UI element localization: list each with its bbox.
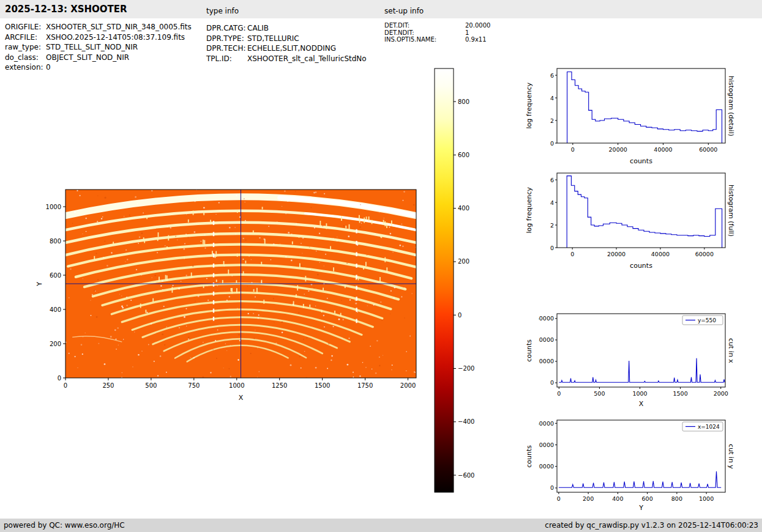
svg-text:60000: 60000 [699, 146, 717, 153]
y-axis-ticks: 0246 [550, 72, 557, 147]
svg-text:0: 0 [557, 390, 561, 397]
svg-text:800: 800 [458, 98, 469, 105]
setup-info-heading: set-up info [384, 7, 424, 15]
svg-text:−600: −600 [458, 472, 474, 479]
cut-in-x-y-label: counts [524, 314, 534, 387]
svg-text:750: 750 [188, 382, 200, 389]
svg-text:x=1024: x=1024 [698, 424, 720, 430]
type-info-row: DPR.TYPE:STD,TELLURIC [206, 34, 367, 44]
field-value: STD_TELL_SLIT_NOD_NIR [46, 42, 138, 53]
setup-info-row: DET.NDIT:1 [384, 29, 490, 37]
axis-label-text: Y [35, 282, 43, 286]
field-value: CALIB [247, 23, 269, 34]
svg-text:40000: 40000 [654, 146, 672, 153]
cut-in-x-title: cut in x [726, 314, 736, 387]
colorbar-ticks: 8006004002000−200−400−600 [454, 98, 474, 479]
svg-text:1250: 1250 [272, 382, 287, 389]
field-label: DPR.CATG: [206, 23, 247, 34]
svg-text:40000: 40000 [539, 336, 554, 343]
type-info-heading: type info [206, 7, 239, 15]
field-label: INS.OPTI5.NAME: [384, 36, 465, 43]
field-label: DET.DIT: [384, 22, 465, 29]
histogram-full-plot: 02000040000600000246 [539, 169, 734, 267]
type-info-row: DPR.TECH:ECHELLE,SLIT,NODDING [206, 43, 367, 54]
svg-text:2000: 2000 [400, 382, 416, 389]
svg-text:0: 0 [570, 251, 574, 257]
axis-label-text: counts [525, 339, 533, 362]
svg-text:1000: 1000 [46, 204, 61, 210]
field-label: ARCFILE: [5, 32, 46, 43]
histogram-full-x-label: counts [557, 262, 725, 270]
cut-in-x-plot: 05001000150020000200004000060000y=550 [539, 309, 734, 407]
type-info-row: DPR.CATG:CALIB [206, 23, 367, 34]
file-info-row: extension:0 [5, 62, 192, 73]
file-info-row: raw_type:STD_TELL_SLIT_NOD_NIR [5, 42, 192, 53]
field-value: 0.9x11 [465, 36, 487, 43]
svg-text:6: 6 [550, 72, 554, 79]
svg-text:2000: 2000 [714, 390, 728, 397]
svg-text:40000: 40000 [651, 251, 670, 257]
field-label: do_class: [5, 53, 46, 63]
axis-label-text: counts [525, 445, 533, 468]
x-axis-ticks: 0200004000060000 [571, 143, 718, 153]
y-axis-ticks: 02004006008001000 [46, 204, 65, 382]
histogram-detail-plot: 02000040000600000246 [539, 64, 734, 162]
x-axis-ticks: 02004006008001000 [557, 492, 714, 502]
x-axis-ticks: 0500100015002000 [557, 387, 728, 397]
svg-text:0: 0 [550, 379, 554, 386]
histogram-full-y-label: log frequency [524, 173, 534, 248]
field-value: OBJECT_SLIT_NOD_NIR [46, 53, 129, 63]
svg-text:0: 0 [550, 484, 554, 491]
field-value: STD,TELLURIC [247, 34, 299, 44]
svg-text:800: 800 [50, 238, 61, 245]
cut-in-y-title: cut in y [726, 420, 736, 492]
histogram-detail-title: histogram (detail) [726, 68, 736, 143]
field-value: 0 [46, 62, 51, 73]
svg-text:−200: −200 [458, 365, 474, 372]
svg-text:0: 0 [557, 495, 561, 502]
svg-text:1000: 1000 [632, 390, 647, 397]
svg-text:0: 0 [64, 382, 67, 389]
svg-text:500: 500 [145, 382, 157, 389]
cut-in-y-plot: 020040060080010000200004000060000x=1024 [539, 416, 734, 514]
axis-label-text: log frequency [525, 187, 533, 233]
svg-text:1000: 1000 [699, 495, 714, 502]
file-info-row: ORIGFILE:XSHOOTER_SLT_STD_NIR_348_0005.f… [5, 22, 192, 32]
field-label: raw_type: [5, 42, 46, 53]
y-axis-ticks: 0246 [550, 177, 557, 251]
plot-side-title: histogram (full) [727, 185, 735, 237]
histogram-detail-x-label: counts [557, 157, 725, 165]
svg-text:y=550: y=550 [698, 317, 716, 323]
footer-credit-right: created by qc_rawdisp.py v1.2.3 on 2025-… [545, 519, 758, 532]
setup-info-row: DET.DIT:20.0000 [384, 22, 490, 29]
plot-side-title: cut in y [727, 444, 735, 469]
plot-background [557, 68, 725, 143]
svg-text:20000: 20000 [607, 251, 626, 257]
main-x-axis-label: X [65, 394, 416, 402]
raw-frame-plot: 0250500750100012501500175020000200400600… [37, 180, 435, 394]
histogram-detail-y-label: log frequency [524, 68, 534, 143]
svg-text:60000: 60000 [695, 251, 714, 257]
x-axis-ticks: 025050075010001250150017502000 [64, 378, 416, 389]
plot-side-title: cut in x [727, 338, 735, 363]
plot-background [557, 173, 725, 248]
svg-text:0: 0 [550, 245, 554, 251]
svg-text:250: 250 [102, 382, 114, 389]
footer-bar: powered by QC: www.eso.org/HC created by… [0, 519, 762, 532]
colorbar: 8006004002000−200−400−600 [428, 64, 490, 501]
svg-text:0: 0 [58, 375, 61, 382]
svg-text:60000: 60000 [539, 420, 554, 427]
field-label: TPL.ID: [206, 54, 247, 64]
svg-text:1000: 1000 [229, 382, 244, 389]
svg-text:200: 200 [50, 341, 61, 347]
legend: x=1024 [682, 422, 723, 431]
legend: y=550 [682, 316, 723, 325]
svg-text:600: 600 [642, 495, 653, 502]
page-title: 2025-12-13: XSHOOTER [5, 4, 127, 15]
footer-credit-left: powered by QC: www.eso.org/HC [4, 519, 125, 532]
file-info-block: ORIGFILE:XSHOOTER_SLT_STD_NIR_348_0005.f… [5, 22, 192, 73]
svg-text:0: 0 [571, 146, 575, 153]
svg-text:0: 0 [550, 140, 554, 147]
svg-text:1500: 1500 [315, 382, 330, 389]
svg-text:2: 2 [550, 117, 554, 124]
